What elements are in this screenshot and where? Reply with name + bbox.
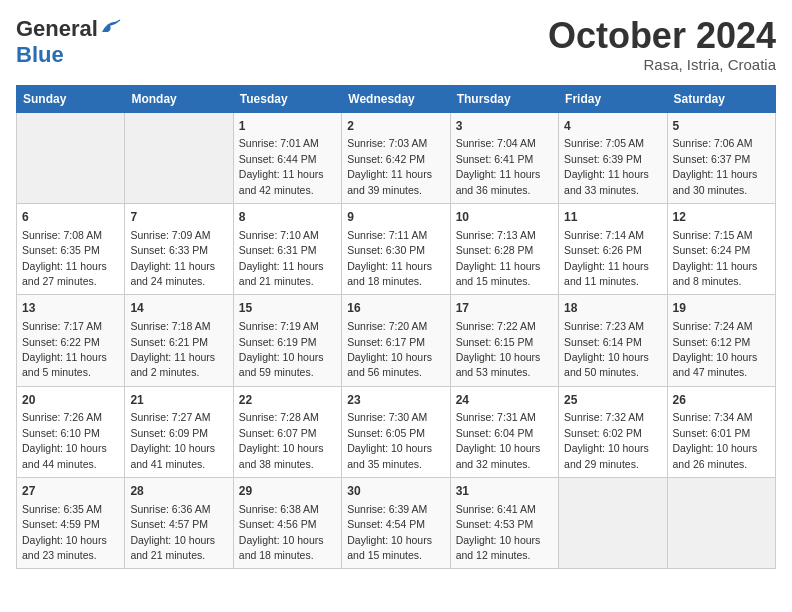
col-header-wednesday: Wednesday xyxy=(342,85,450,112)
calendar-cell xyxy=(125,112,233,203)
day-number: 31 xyxy=(456,483,553,500)
page-header: General Blue October 2024 Rasa, Istria, … xyxy=(16,16,776,73)
day-info: Sunrise: 7:03 AM Sunset: 6:42 PM Dayligh… xyxy=(347,137,432,195)
calendar-cell: 28Sunrise: 6:36 AM Sunset: 4:57 PM Dayli… xyxy=(125,478,233,569)
day-info: Sunrise: 7:14 AM Sunset: 6:26 PM Dayligh… xyxy=(564,229,649,287)
day-info: Sunrise: 7:04 AM Sunset: 6:41 PM Dayligh… xyxy=(456,137,541,195)
day-number: 12 xyxy=(673,209,770,226)
calendar-cell: 2Sunrise: 7:03 AM Sunset: 6:42 PM Daylig… xyxy=(342,112,450,203)
day-info: Sunrise: 7:19 AM Sunset: 6:19 PM Dayligh… xyxy=(239,320,324,378)
day-number: 6 xyxy=(22,209,119,226)
week-row-4: 20Sunrise: 7:26 AM Sunset: 6:10 PM Dayli… xyxy=(17,386,776,477)
calendar-cell: 21Sunrise: 7:27 AM Sunset: 6:09 PM Dayli… xyxy=(125,386,233,477)
header-row: SundayMondayTuesdayWednesdayThursdayFrid… xyxy=(17,85,776,112)
day-info: Sunrise: 7:20 AM Sunset: 6:17 PM Dayligh… xyxy=(347,320,432,378)
day-info: Sunrise: 6:35 AM Sunset: 4:59 PM Dayligh… xyxy=(22,503,107,561)
day-info: Sunrise: 6:41 AM Sunset: 4:53 PM Dayligh… xyxy=(456,503,541,561)
day-info: Sunrise: 7:17 AM Sunset: 6:22 PM Dayligh… xyxy=(22,320,107,378)
col-header-thursday: Thursday xyxy=(450,85,558,112)
calendar-cell: 17Sunrise: 7:22 AM Sunset: 6:15 PM Dayli… xyxy=(450,295,558,386)
col-header-friday: Friday xyxy=(559,85,667,112)
day-info: Sunrise: 7:23 AM Sunset: 6:14 PM Dayligh… xyxy=(564,320,649,378)
logo-blue: Blue xyxy=(16,42,64,67)
day-info: Sunrise: 7:05 AM Sunset: 6:39 PM Dayligh… xyxy=(564,137,649,195)
calendar-cell: 30Sunrise: 6:39 AM Sunset: 4:54 PM Dayli… xyxy=(342,478,450,569)
day-info: Sunrise: 7:27 AM Sunset: 6:09 PM Dayligh… xyxy=(130,411,215,469)
calendar-cell: 16Sunrise: 7:20 AM Sunset: 6:17 PM Dayli… xyxy=(342,295,450,386)
calendar-cell: 8Sunrise: 7:10 AM Sunset: 6:31 PM Daylig… xyxy=(233,203,341,294)
day-info: Sunrise: 7:22 AM Sunset: 6:15 PM Dayligh… xyxy=(456,320,541,378)
day-number: 7 xyxy=(130,209,227,226)
day-number: 5 xyxy=(673,118,770,135)
calendar-cell: 7Sunrise: 7:09 AM Sunset: 6:33 PM Daylig… xyxy=(125,203,233,294)
day-number: 28 xyxy=(130,483,227,500)
week-row-2: 6Sunrise: 7:08 AM Sunset: 6:35 PM Daylig… xyxy=(17,203,776,294)
logo-general: General xyxy=(16,16,98,42)
calendar-cell xyxy=(17,112,125,203)
day-number: 18 xyxy=(564,300,661,317)
day-number: 2 xyxy=(347,118,444,135)
logo: General Blue xyxy=(16,16,122,68)
calendar-cell: 3Sunrise: 7:04 AM Sunset: 6:41 PM Daylig… xyxy=(450,112,558,203)
col-header-tuesday: Tuesday xyxy=(233,85,341,112)
calendar-cell: 22Sunrise: 7:28 AM Sunset: 6:07 PM Dayli… xyxy=(233,386,341,477)
col-header-sunday: Sunday xyxy=(17,85,125,112)
day-info: Sunrise: 6:39 AM Sunset: 4:54 PM Dayligh… xyxy=(347,503,432,561)
title-block: October 2024 Rasa, Istria, Croatia xyxy=(548,16,776,73)
day-number: 1 xyxy=(239,118,336,135)
day-number: 22 xyxy=(239,392,336,409)
week-row-1: 1Sunrise: 7:01 AM Sunset: 6:44 PM Daylig… xyxy=(17,112,776,203)
day-info: Sunrise: 7:34 AM Sunset: 6:01 PM Dayligh… xyxy=(673,411,758,469)
calendar-cell: 31Sunrise: 6:41 AM Sunset: 4:53 PM Dayli… xyxy=(450,478,558,569)
day-info: Sunrise: 7:06 AM Sunset: 6:37 PM Dayligh… xyxy=(673,137,758,195)
calendar-cell: 23Sunrise: 7:30 AM Sunset: 6:05 PM Dayli… xyxy=(342,386,450,477)
calendar-cell: 27Sunrise: 6:35 AM Sunset: 4:59 PM Dayli… xyxy=(17,478,125,569)
day-number: 8 xyxy=(239,209,336,226)
calendar-cell: 19Sunrise: 7:24 AM Sunset: 6:12 PM Dayli… xyxy=(667,295,775,386)
location: Rasa, Istria, Croatia xyxy=(548,56,776,73)
calendar-cell: 15Sunrise: 7:19 AM Sunset: 6:19 PM Dayli… xyxy=(233,295,341,386)
col-header-saturday: Saturday xyxy=(667,85,775,112)
day-info: Sunrise: 7:24 AM Sunset: 6:12 PM Dayligh… xyxy=(673,320,758,378)
day-number: 13 xyxy=(22,300,119,317)
calendar-cell: 20Sunrise: 7:26 AM Sunset: 6:10 PM Dayli… xyxy=(17,386,125,477)
day-info: Sunrise: 7:18 AM Sunset: 6:21 PM Dayligh… xyxy=(130,320,215,378)
day-number: 10 xyxy=(456,209,553,226)
calendar-table: SundayMondayTuesdayWednesdayThursdayFrid… xyxy=(16,85,776,570)
day-info: Sunrise: 7:15 AM Sunset: 6:24 PM Dayligh… xyxy=(673,229,758,287)
week-row-3: 13Sunrise: 7:17 AM Sunset: 6:22 PM Dayli… xyxy=(17,295,776,386)
day-number: 29 xyxy=(239,483,336,500)
calendar-cell: 5Sunrise: 7:06 AM Sunset: 6:37 PM Daylig… xyxy=(667,112,775,203)
day-info: Sunrise: 7:13 AM Sunset: 6:28 PM Dayligh… xyxy=(456,229,541,287)
day-number: 20 xyxy=(22,392,119,409)
calendar-cell: 1Sunrise: 7:01 AM Sunset: 6:44 PM Daylig… xyxy=(233,112,341,203)
calendar-cell: 10Sunrise: 7:13 AM Sunset: 6:28 PM Dayli… xyxy=(450,203,558,294)
day-number: 24 xyxy=(456,392,553,409)
day-number: 30 xyxy=(347,483,444,500)
day-number: 16 xyxy=(347,300,444,317)
calendar-cell: 13Sunrise: 7:17 AM Sunset: 6:22 PM Dayli… xyxy=(17,295,125,386)
month-title: October 2024 xyxy=(548,16,776,56)
col-header-monday: Monday xyxy=(125,85,233,112)
day-number: 25 xyxy=(564,392,661,409)
calendar-cell: 25Sunrise: 7:32 AM Sunset: 6:02 PM Dayli… xyxy=(559,386,667,477)
day-number: 26 xyxy=(673,392,770,409)
week-row-5: 27Sunrise: 6:35 AM Sunset: 4:59 PM Dayli… xyxy=(17,478,776,569)
calendar-cell: 18Sunrise: 7:23 AM Sunset: 6:14 PM Dayli… xyxy=(559,295,667,386)
day-info: Sunrise: 7:10 AM Sunset: 6:31 PM Dayligh… xyxy=(239,229,324,287)
day-number: 17 xyxy=(456,300,553,317)
day-info: Sunrise: 7:26 AM Sunset: 6:10 PM Dayligh… xyxy=(22,411,107,469)
day-info: Sunrise: 7:09 AM Sunset: 6:33 PM Dayligh… xyxy=(130,229,215,287)
day-info: Sunrise: 7:28 AM Sunset: 6:07 PM Dayligh… xyxy=(239,411,324,469)
day-number: 15 xyxy=(239,300,336,317)
day-info: Sunrise: 7:30 AM Sunset: 6:05 PM Dayligh… xyxy=(347,411,432,469)
day-info: Sunrise: 6:38 AM Sunset: 4:56 PM Dayligh… xyxy=(239,503,324,561)
day-number: 11 xyxy=(564,209,661,226)
day-info: Sunrise: 7:32 AM Sunset: 6:02 PM Dayligh… xyxy=(564,411,649,469)
day-number: 4 xyxy=(564,118,661,135)
day-number: 21 xyxy=(130,392,227,409)
day-info: Sunrise: 7:11 AM Sunset: 6:30 PM Dayligh… xyxy=(347,229,432,287)
calendar-cell xyxy=(667,478,775,569)
calendar-cell: 9Sunrise: 7:11 AM Sunset: 6:30 PM Daylig… xyxy=(342,203,450,294)
day-info: Sunrise: 7:01 AM Sunset: 6:44 PM Dayligh… xyxy=(239,137,324,195)
